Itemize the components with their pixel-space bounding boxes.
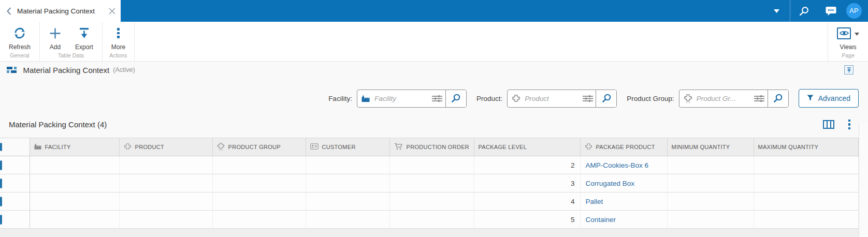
chevron-down-icon[interactable] bbox=[763, 0, 790, 22]
package-product-link[interactable]: Container bbox=[586, 216, 616, 224]
cell-minimum-quantity bbox=[667, 211, 754, 229]
column-header-label[interactable]: PACKAGE LEVEL bbox=[479, 144, 527, 150]
row-checkbox[interactable] bbox=[0, 197, 2, 206]
cell-customer bbox=[306, 192, 389, 211]
button-label: Add bbox=[50, 43, 61, 51]
eye-icon bbox=[837, 27, 851, 39]
column-header-label[interactable]: CUSTOMER bbox=[322, 144, 356, 150]
product-group-input[interactable] bbox=[697, 95, 751, 102]
column-header-label[interactable]: PACKAGE PRODUCT bbox=[596, 144, 655, 150]
cart-icon bbox=[394, 143, 403, 151]
cell-package-product: Corrugated Box bbox=[580, 174, 667, 192]
table-row[interactable]: 3 Corrugated Box bbox=[0, 174, 858, 192]
columns-icon[interactable] bbox=[823, 120, 834, 129]
avatar[interactable]: AP bbox=[846, 3, 862, 19]
cell-facility bbox=[30, 211, 119, 229]
cell-product bbox=[119, 211, 212, 229]
export-button[interactable]: Export bbox=[68, 22, 100, 52]
chat-icon[interactable] bbox=[817, 0, 844, 22]
table-header-row: FACILITY PRODUCT PRODUCT GROUP CUSTOMER … bbox=[0, 138, 858, 156]
kebab-menu-icon[interactable] bbox=[848, 120, 851, 130]
search-icon[interactable] bbox=[790, 0, 817, 22]
cell-minimum-quantity bbox=[667, 156, 754, 174]
filter-label: Product Group: bbox=[627, 95, 674, 102]
sliders-icon[interactable] bbox=[429, 95, 445, 102]
product-icon bbox=[508, 94, 525, 102]
cell-maximum-quantity bbox=[754, 156, 858, 174]
cell-package-level: 3 bbox=[474, 174, 580, 192]
cell-facility bbox=[30, 156, 119, 174]
button-label: Refresh bbox=[9, 43, 31, 51]
column-header-label[interactable]: PRODUCTION ORDER bbox=[407, 144, 470, 150]
close-icon[interactable] bbox=[109, 8, 115, 14]
filter-product: Product: bbox=[476, 90, 617, 108]
row-checkbox[interactable] bbox=[0, 160, 2, 170]
sliders-icon[interactable] bbox=[580, 95, 596, 102]
advanced-button[interactable]: Advanced bbox=[799, 89, 859, 108]
package-product-link[interactable]: AMP-Cookies-Box 6 bbox=[586, 161, 649, 169]
column-header-label[interactable]: PRODUCT GROUP bbox=[228, 144, 281, 150]
column-header-label[interactable]: FACILITY bbox=[45, 144, 71, 150]
ribbon-toolbar: Refresh General Add Export Table Data bbox=[0, 22, 868, 62]
add-button[interactable]: Add bbox=[42, 22, 68, 52]
more-kebab-icon bbox=[117, 26, 120, 40]
layout-blocks-icon bbox=[7, 67, 17, 73]
cell-product-group bbox=[212, 156, 306, 174]
column-header-label[interactable]: MINIMUM QUANTITY bbox=[672, 144, 730, 150]
collapse-panel-icon[interactable] bbox=[844, 65, 853, 75]
row-checkbox[interactable] bbox=[0, 179, 2, 188]
cell-customer bbox=[306, 211, 389, 229]
table-row[interactable]: 2 AMP-Cookies-Box 6 bbox=[0, 156, 858, 174]
sliders-icon[interactable] bbox=[751, 95, 768, 102]
ribbon-group-label: General bbox=[6, 52, 33, 61]
cell-package-level: 2 bbox=[474, 156, 580, 174]
package-product-link[interactable]: Corrugated Box bbox=[586, 180, 635, 187]
filter-row: Facility: Product: bbox=[0, 78, 868, 108]
column-header-label[interactable]: MAXIMUM QUANTITY bbox=[758, 144, 819, 150]
ribbon-group-label: Page bbox=[837, 52, 859, 61]
table-title: Material Packing Context (4) bbox=[9, 120, 107, 129]
views-dropdown-chevron-icon[interactable] bbox=[855, 28, 859, 38]
package-product-link[interactable]: Pallet bbox=[586, 198, 603, 205]
topbar-actions: AP bbox=[763, 0, 868, 22]
cell-minimum-quantity bbox=[667, 174, 754, 192]
facility-input[interactable] bbox=[374, 95, 429, 102]
section-header: Material Packing Context (Active) bbox=[0, 62, 868, 78]
views-button[interactable]: Views bbox=[830, 22, 866, 52]
cell-facility bbox=[30, 192, 119, 211]
cell-product bbox=[119, 192, 212, 211]
column-header-label[interactable]: PRODUCT bbox=[135, 144, 165, 150]
product-group-icon bbox=[217, 142, 225, 152]
table-row[interactable]: 4 Pallet bbox=[0, 192, 858, 211]
search-icon[interactable] bbox=[768, 90, 788, 107]
section-title: Material Packing Context bbox=[23, 66, 110, 75]
page-content: Material Packing Context (Active) Facili… bbox=[0, 62, 868, 228]
cell-customer bbox=[306, 174, 389, 192]
facility-icon bbox=[357, 95, 374, 102]
table-row[interactable]: 5 Container bbox=[0, 211, 858, 229]
search-icon[interactable] bbox=[445, 90, 466, 107]
cell-product-group bbox=[212, 174, 306, 192]
button-label: Export bbox=[75, 43, 93, 51]
cell-maximum-quantity bbox=[754, 174, 858, 192]
tab-label: Material Packing Context bbox=[17, 7, 103, 15]
refresh-button[interactable]: Refresh bbox=[2, 22, 37, 52]
cell-package-product: AMP-Cookies-Box 6 bbox=[580, 156, 667, 174]
more-button[interactable]: More bbox=[105, 22, 132, 52]
tab-material-packing-context[interactable]: Material Packing Context bbox=[0, 0, 121, 22]
button-label: Views bbox=[840, 43, 857, 51]
select-all-checkbox[interactable] bbox=[0, 143, 2, 151]
facility-icon bbox=[34, 143, 41, 151]
chevron-left-icon[interactable] bbox=[7, 7, 11, 15]
add-icon bbox=[49, 26, 62, 40]
section-status: (Active) bbox=[113, 66, 135, 73]
cell-maximum-quantity bbox=[754, 192, 858, 211]
cell-maximum-quantity bbox=[754, 211, 858, 229]
filter-product-group: Product Group: bbox=[627, 90, 789, 108]
filter-label: Facility: bbox=[328, 95, 352, 102]
scrollbar-track[interactable] bbox=[859, 123, 868, 237]
product-input[interactable] bbox=[525, 95, 580, 102]
cell-product-group bbox=[212, 211, 306, 229]
search-icon[interactable] bbox=[596, 90, 616, 107]
row-checkbox[interactable] bbox=[0, 215, 2, 225]
